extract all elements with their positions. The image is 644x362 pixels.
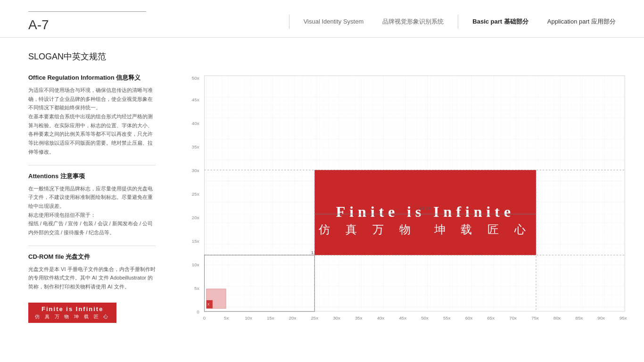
chart-svg: 0 5x 10x 15x 20x 25x 30x 35x 40x 45x 50x… bbox=[184, 45, 630, 357]
svg-text:55x: 55x bbox=[443, 315, 451, 321]
svg-text:70x: 70x bbox=[509, 315, 517, 321]
header-left: A-7 bbox=[28, 11, 146, 32]
svg-text:40x: 40x bbox=[192, 121, 199, 126]
subsection-office-text: 为适应不同使用场合与环境，确保信息传达的清晰与准确，特设计了企业品牌的多种组合，… bbox=[28, 86, 156, 156]
subsection-attentions-title: Attentions 注意事项 bbox=[28, 172, 156, 181]
svg-text:5x: 5x bbox=[224, 315, 229, 321]
divider-1 bbox=[28, 165, 156, 165]
svg-text:15x: 15x bbox=[267, 315, 274, 321]
header: A-7 Visual Identity System 品牌视觉形象识别系统 Ba… bbox=[0, 0, 644, 38]
svg-text:75x: 75x bbox=[531, 315, 539, 321]
main-content: SLOGAN中英文规范 Office Regulation Informatio… bbox=[0, 38, 644, 362]
svg-text:20x: 20x bbox=[192, 215, 199, 220]
svg-text:45x: 45x bbox=[192, 97, 199, 102]
svg-text:25x: 25x bbox=[311, 315, 318, 321]
section-title: SLOGAN中英文规范 bbox=[28, 51, 156, 62]
svg-text:80x: 80x bbox=[553, 315, 561, 321]
svg-text:35x: 35x bbox=[192, 144, 199, 149]
slogan-badge-en: Finite is Infinite bbox=[41, 305, 103, 313]
svg-text:45x: 45x bbox=[399, 315, 406, 321]
svg-text:30x: 30x bbox=[192, 168, 199, 173]
vis-label-zh: 品牌视觉形象识别系统 bbox=[382, 17, 444, 26]
svg-text:95x: 95x bbox=[619, 315, 627, 321]
content-area: 0 5x 10x 15x 20x 25x 30x 35x 40x 45x 50x… bbox=[179, 38, 644, 362]
svg-text:15x: 15x bbox=[192, 239, 199, 244]
svg-text:0: 0 bbox=[197, 309, 199, 314]
svg-text:10x: 10x bbox=[245, 315, 252, 321]
subsection-attentions-text: 在一般情况下使用品牌标志，应尽量使用提供的光盘电子文件，不建议使用标准制图绘制标… bbox=[28, 184, 156, 237]
red-box-zh: 仿 真 万 物 坤 载 匠 心 bbox=[318, 223, 532, 236]
svg-text:10x: 10x bbox=[192, 262, 199, 267]
svg-text:0: 0 bbox=[203, 315, 206, 321]
subsection-cdrom-title: CD-ROM file 光盘文件 bbox=[28, 253, 156, 261]
header-divider-right bbox=[458, 15, 458, 29]
svg-text:35x: 35x bbox=[355, 315, 363, 321]
svg-text:25x: 25x bbox=[192, 191, 199, 197]
subsection-attentions: Attentions 注意事项 在一般情况下使用品牌标志，应尽量使用提供的光盘电… bbox=[28, 172, 156, 237]
divider-2 bbox=[28, 246, 156, 246]
svg-text:40x: 40x bbox=[377, 315, 385, 321]
subsection-office-title: Office Regulation Information 信息释义 bbox=[28, 74, 156, 82]
svg-text:X: X bbox=[207, 303, 210, 306]
top-divider bbox=[28, 11, 146, 12]
subsection-cdrom-text: 光盘文件是本 VI 手册电子文件的集合，内含手册制作时的专用软件格式文件。其中 … bbox=[28, 265, 156, 291]
nav-basic-part[interactable]: Basic part 基础部分 bbox=[472, 17, 528, 26]
page-number: A-7 bbox=[28, 18, 146, 32]
header-center: Visual Identity System 品牌视觉形象识别系统 bbox=[304, 17, 444, 26]
vis-label: Visual Identity System bbox=[304, 18, 364, 25]
svg-text:50x: 50x bbox=[421, 315, 429, 321]
svg-text:50x: 50x bbox=[192, 75, 199, 81]
header-divider-left bbox=[289, 15, 289, 29]
slogan-badge: Finite is Infinite 仿 真 万 物 坤 载 匠 心 bbox=[28, 303, 116, 323]
subsection-office: Office Regulation Information 信息释义 为适应不同… bbox=[28, 74, 156, 156]
sidebar: SLOGAN中英文规范 Office Regulation Informatio… bbox=[0, 38, 179, 362]
slogan-badge-zh: 仿 真 万 物 坤 载 匠 心 bbox=[35, 313, 110, 320]
nav-application-part[interactable]: Application part 应用部分 bbox=[547, 17, 616, 26]
svg-text:65x: 65x bbox=[487, 315, 495, 321]
svg-text:60x: 60x bbox=[465, 315, 473, 321]
subsection-cdrom: CD-ROM file 光盘文件 光盘文件是本 VI 手册电子文件的集合，内含手… bbox=[28, 253, 156, 291]
svg-text:30x: 30x bbox=[333, 315, 340, 321]
svg-text:20x: 20x bbox=[289, 315, 297, 321]
svg-text:5x: 5x bbox=[194, 286, 199, 291]
svg-text:90x: 90x bbox=[597, 315, 605, 321]
svg-text:85x: 85x bbox=[575, 315, 583, 321]
header-right: Basic part 基础部分 Application part 应用部分 bbox=[472, 17, 616, 26]
annotation-482x: 48.2X bbox=[419, 206, 431, 211]
